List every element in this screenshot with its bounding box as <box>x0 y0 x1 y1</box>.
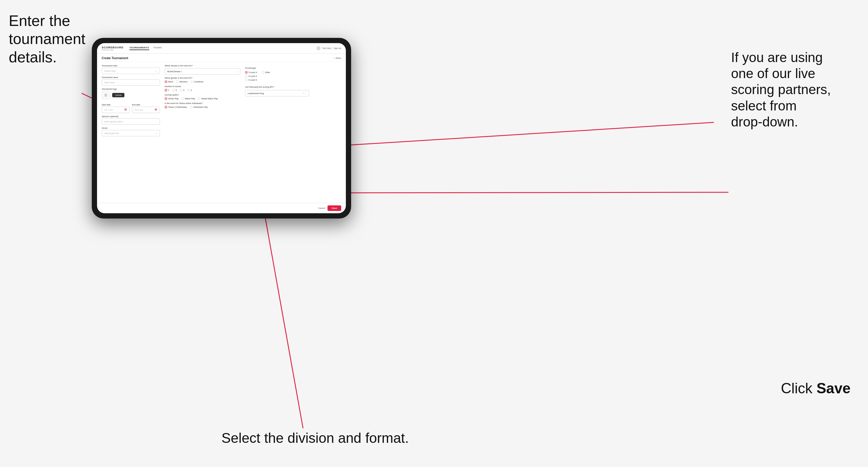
sponsor-field: Sponsor (optional) Enter sponsor name <box>102 115 160 125</box>
radio-6c5-circle <box>245 79 248 81</box>
rounds-4[interactable]: 4 <box>187 89 192 91</box>
logo-preview: 🖼 <box>102 91 110 99</box>
brand-sub: Powered by clippit <box>102 49 124 51</box>
rounds-2-label: 2 <box>176 89 177 91</box>
user-name: Test User | <box>322 47 332 49</box>
live-scoring-clear[interactable]: × ⌄ <box>303 92 307 94</box>
start-date-placeholder: Pick a date <box>104 109 113 111</box>
live-scoring-label: Use third-party live scoring API? <box>245 86 274 88</box>
left-column: Tournament Host Search team Tournament n… <box>102 65 160 136</box>
radio-5c4-circle <box>245 71 248 74</box>
brand-name: SCOREBOARD <box>102 46 124 49</box>
venue-input[interactable]: Search golf club <box>102 130 160 136</box>
teams-label: Is this event for Teams and/or Individua… <box>165 102 240 104</box>
gender-field: Which gender is the event for? Mens Wome… <box>165 77 240 83</box>
division-field: Which division is the event for? NCAA Di… <box>165 65 240 74</box>
scoring-radio-group: Stroke Play Match Play Medal Match Play <box>165 97 240 100</box>
format-6count4[interactable]: 6 count 4 <box>245 75 257 77</box>
teams-radio-group: Teams (+Individuals) Individuals Only <box>165 106 240 108</box>
format-other-label: Other <box>265 71 270 73</box>
nav-teams[interactable]: TEAMS <box>153 46 162 50</box>
calendar-icon: 📅 <box>124 109 127 111</box>
radio-combined-circle <box>191 81 193 83</box>
gender-combined[interactable]: Combined <box>191 81 204 83</box>
tournament-name-input[interactable]: Enter name <box>102 79 160 86</box>
svg-line-5 <box>341 192 728 193</box>
scoring-medal-match[interactable]: Medal Match Play <box>198 97 218 100</box>
rounds-4-label: 4 <box>191 89 192 91</box>
start-date-input[interactable]: Pick a date 📅 <box>102 106 130 113</box>
format-type-section: Format type 5 count 4 6 count 4 <box>245 65 309 81</box>
back-link[interactable]: Back <box>334 57 341 59</box>
live-scoring-section: Use third-party live scoring API? Leader… <box>245 84 309 96</box>
rounds-1[interactable]: 1 <box>165 89 169 91</box>
individuals-label-text: Individuals Only <box>193 106 208 108</box>
svg-line-3 <box>339 122 714 146</box>
tablet-screen: SCOREBOARD Powered by clippit TOURNAMENT… <box>97 43 346 213</box>
tournament-name-label: Tournament name <box>102 76 160 79</box>
scoring-label: Scoring system <box>165 94 240 96</box>
format-5count4[interactable]: 5 count 4 <box>245 71 257 74</box>
gender-radio-group: Mens Womens Combined <box>165 81 240 83</box>
tournament-host-placeholder: Search team <box>104 70 116 72</box>
division-value: NCAA Division I <box>167 70 182 72</box>
brand: SCOREBOARD Powered by clippit <box>102 46 124 51</box>
right-column: Format type 5 count 4 6 count 4 <box>245 65 309 136</box>
scoring-match[interactable]: Match Play <box>182 97 195 100</box>
rounds-field: Number of rounds 1 2 <box>165 85 240 91</box>
rounds-3[interactable]: 3 <box>180 89 184 91</box>
format-other[interactable]: Other <box>262 71 270 74</box>
division-label: Which division is the event for? <box>165 65 240 67</box>
upload-button[interactable]: Upload <box>112 93 124 97</box>
live-scoring-input[interactable]: Leaderboard King × ⌄ <box>245 90 309 96</box>
form-title: Create Tournament <box>102 57 128 60</box>
tournament-logo-field: Tournament logo 🖼 Upload <box>102 88 160 99</box>
radio-medal-match-circle <box>198 97 200 100</box>
venue-label: Venue <box>102 127 160 129</box>
nav-tournaments[interactable]: TOURNAMENTS <box>129 46 149 50</box>
venue-field: Venue Search golf club <box>102 127 160 136</box>
format-6c5-label: 6 count 5 <box>249 79 257 81</box>
format-6count5[interactable]: 6 count 5 <box>245 79 257 81</box>
radio-6c4-circle <box>245 75 248 77</box>
gender-mens-label: Mens <box>168 81 173 83</box>
calendar-icon-end: 📅 <box>154 109 157 111</box>
end-date-input[interactable]: Pick a date 📅 <box>132 106 160 113</box>
save-button[interactable]: Save <box>328 206 341 211</box>
radio-stroke-circle <box>165 97 167 100</box>
tournament-host-input[interactable]: Search team <box>102 68 160 74</box>
radio-other-circle <box>262 71 264 74</box>
date-row: Start date Pick a date 📅 End date Pick a… <box>102 101 160 113</box>
navbar: SCOREBOARD Powered by clippit TOURNAMENT… <box>97 43 346 54</box>
format-options-right: Other <box>262 71 270 81</box>
gender-womens-label: Womens <box>180 81 188 83</box>
cancel-button[interactable]: Cancel <box>318 207 325 210</box>
nav-links: TOURNAMENTS TEAMS <box>129 46 316 50</box>
tournament-logo-label: Tournament logo <box>102 88 160 90</box>
sponsor-label: Sponsor (optional) <box>102 115 160 117</box>
annotation-bottom-right: Click Save <box>781 380 850 397</box>
sign-out-link[interactable]: Sign out <box>334 47 341 49</box>
radio-r2-circle <box>172 89 175 91</box>
svg-line-4 <box>262 201 303 428</box>
rounds-radio-group: 1 2 3 4 <box>165 89 240 91</box>
gender-mens[interactable]: Mens <box>165 81 173 83</box>
radio-match-circle <box>182 97 184 100</box>
division-select[interactable]: NCAA Division I ⌄ <box>165 68 240 74</box>
radio-mens-circle <box>165 81 167 83</box>
form-body: Tournament Host Search team Tournament n… <box>97 62 346 139</box>
chevron-icon: ⌄ <box>236 70 238 73</box>
scoring-stroke-label: Stroke Play <box>168 98 179 100</box>
teams-label-text: Teams (+Individuals) <box>168 106 187 108</box>
scoring-stroke[interactable]: Stroke Play <box>165 97 179 100</box>
individuals-only[interactable]: Individuals Only <box>190 106 208 108</box>
form-header: Create Tournament Back <box>97 54 346 62</box>
end-date-label: End date <box>132 104 140 106</box>
radio-r3-circle <box>180 89 182 91</box>
sponsor-input[interactable]: Enter sponsor name <box>102 118 160 125</box>
rounds-2[interactable]: 2 <box>172 89 177 91</box>
tournament-host-label: Tournament Host <box>102 65 160 67</box>
teams-plus-individuals[interactable]: Teams (+Individuals) <box>165 106 187 108</box>
gender-womens[interactable]: Womens <box>176 81 188 83</box>
venue-placeholder: Search golf club <box>104 132 119 134</box>
